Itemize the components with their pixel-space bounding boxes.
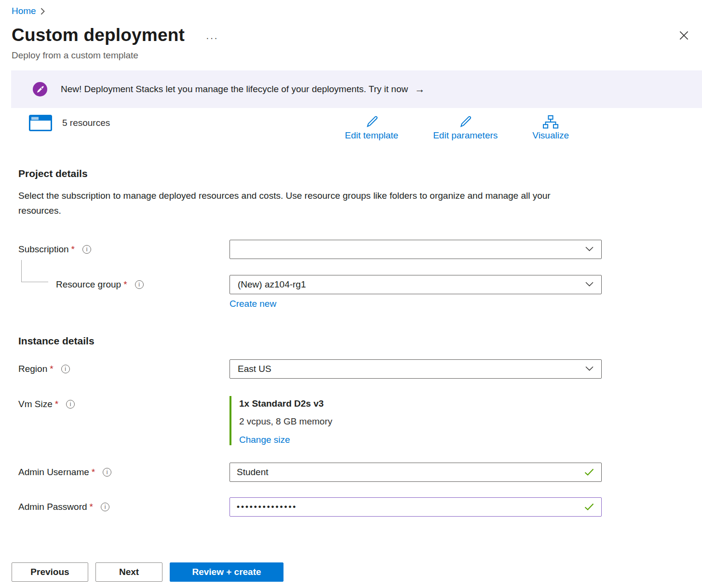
- region-row: Region * i East US: [18, 359, 690, 379]
- info-icon[interactable]: i: [103, 468, 111, 477]
- region-label-cell: Region * i: [18, 364, 230, 374]
- project-details-heading: Project details: [18, 168, 690, 179]
- region-label: Region: [18, 364, 47, 374]
- check-icon: [584, 503, 594, 511]
- resource-group-label: Resource group: [56, 279, 121, 290]
- info-icon[interactable]: i: [61, 365, 70, 373]
- admin-username-label: Admin Username: [18, 467, 89, 478]
- breadcrumb-chevron-icon: [40, 8, 45, 15]
- title-row: Custom deployment ···: [12, 25, 690, 45]
- required-marker: *: [90, 502, 93, 512]
- more-options-button[interactable]: ···: [206, 32, 218, 43]
- project-details-section: Project details Select the subscription …: [18, 168, 690, 309]
- required-marker: *: [92, 467, 95, 478]
- vm-size-name: 1x Standard D2s v3: [239, 396, 602, 408]
- project-details-description: Select the subscription to manage deploy…: [18, 188, 578, 219]
- admin-password-row: Admin Password * i: [18, 497, 690, 517]
- project-form: Subscription * i Resource group *: [18, 240, 690, 309]
- create-new-link[interactable]: Create new: [230, 299, 276, 309]
- resource-group-row: Resource group * i (New) az104-rg1: [18, 275, 690, 294]
- vm-size-label-cell: Vm Size * i: [18, 399, 230, 410]
- arrow-right-icon[interactable]: →: [415, 83, 425, 95]
- subscription-label-cell: Subscription * i: [18, 244, 230, 255]
- admin-password-input[interactable]: [230, 497, 602, 517]
- previous-button[interactable]: Previous: [12, 562, 88, 582]
- rocket-icon: [33, 82, 47, 96]
- subscription-row: Subscription * i: [18, 240, 690, 259]
- create-new-row: Create new: [18, 299, 690, 309]
- visualize-label: Visualize: [532, 130, 569, 141]
- page-subtitle: Deploy from a custom template: [12, 50, 690, 61]
- resources-icon: [29, 115, 52, 131]
- admin-password-label-cell: Admin Password * i: [18, 502, 230, 512]
- pencil-icon: [458, 115, 473, 129]
- required-marker: *: [55, 399, 58, 410]
- template-actions: Edit template Edit parameters Visua: [345, 115, 569, 141]
- visualize-icon: [542, 115, 559, 129]
- instance-details-section: Instance details Region * i East US Vm S…: [18, 335, 690, 517]
- resources-count-label: 5 resources: [62, 118, 110, 128]
- info-icon[interactable]: i: [66, 400, 75, 409]
- chevron-down-icon: [585, 246, 594, 252]
- admin-password-label: Admin Password: [18, 502, 87, 512]
- edit-parameters-label: Edit parameters: [433, 130, 498, 141]
- custom-deployment-page: Home Custom deployment ··· Deploy from a…: [0, 0, 702, 588]
- resource-group-dropdown[interactable]: (New) az104-rg1: [230, 275, 602, 294]
- footer-actions: Previous Next Review + create: [12, 562, 284, 582]
- resource-group-value: (New) az104-rg1: [238, 279, 306, 290]
- visualize-button[interactable]: Visualize: [532, 115, 569, 141]
- resource-group-label-cell: Resource group * i: [18, 279, 230, 290]
- edit-template-button[interactable]: Edit template: [345, 115, 398, 141]
- region-value: East US: [238, 364, 271, 374]
- required-marker: *: [71, 244, 75, 255]
- admin-username-label-cell: Admin Username * i: [18, 467, 230, 478]
- chevron-down-icon: [585, 282, 594, 287]
- template-resources: 5 resources: [29, 115, 110, 131]
- breadcrumb-home-link[interactable]: Home: [12, 6, 36, 16]
- next-button[interactable]: Next: [95, 562, 162, 582]
- breadcrumb: Home: [12, 5, 690, 16]
- required-marker: *: [50, 364, 53, 374]
- admin-username-input[interactable]: [230, 463, 602, 482]
- template-bar: 5 resources Edit template Edit parameter…: [12, 115, 690, 141]
- change-size-link[interactable]: Change size: [239, 435, 290, 445]
- subscription-label: Subscription: [18, 244, 69, 255]
- vm-size-label: Vm Size: [18, 399, 53, 410]
- page-title: Custom deployment: [12, 25, 185, 45]
- edit-parameters-button[interactable]: Edit parameters: [433, 115, 498, 141]
- tree-connector: [21, 260, 48, 282]
- region-dropdown[interactable]: East US: [230, 359, 602, 379]
- info-icon[interactable]: i: [82, 245, 91, 254]
- admin-username-row: Admin Username * i: [18, 463, 690, 482]
- instance-details-heading: Instance details: [18, 335, 690, 347]
- pencil-icon: [364, 115, 379, 129]
- chevron-down-icon: [585, 366, 594, 371]
- edit-template-label: Edit template: [345, 130, 398, 141]
- banner-text: New! Deployment Stacks let you manage th…: [61, 84, 408, 95]
- deployment-stacks-banner[interactable]: New! Deployment Stacks let you manage th…: [11, 70, 702, 108]
- required-marker: *: [123, 279, 127, 290]
- vm-size-specs: 2 vcpus, 8 GB memory: [239, 416, 602, 427]
- info-icon[interactable]: i: [135, 280, 144, 289]
- subscription-dropdown[interactable]: [230, 240, 602, 259]
- close-icon[interactable]: [677, 29, 690, 42]
- info-icon[interactable]: i: [101, 503, 109, 511]
- review-create-button[interactable]: Review + create: [170, 562, 284, 582]
- vm-size-row: Vm Size * i 1x Standard D2s v3 2 vcpus, …: [18, 396, 690, 445]
- check-icon: [584, 468, 594, 476]
- vm-size-summary: 1x Standard D2s v3 2 vcpus, 8 GB memory …: [230, 396, 602, 445]
